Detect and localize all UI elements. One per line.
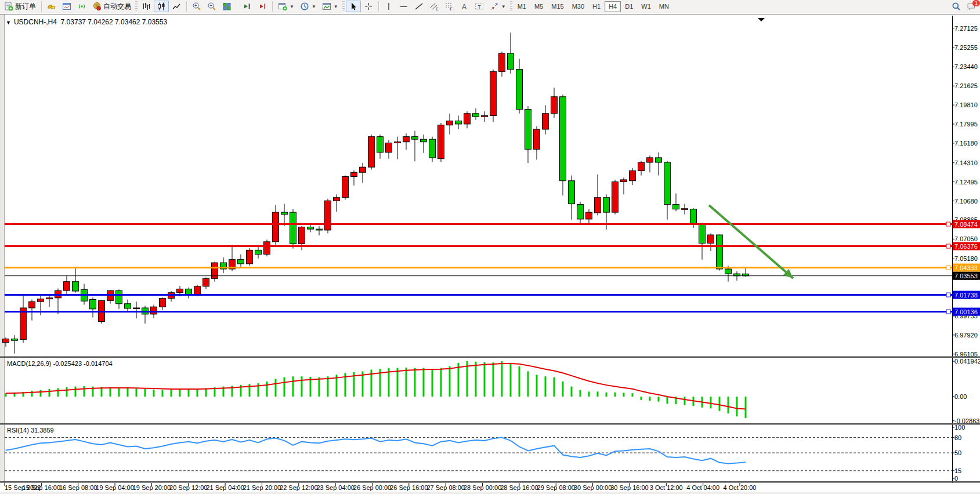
candle[interactable]	[203, 278, 209, 286]
dropdown-caret-icon[interactable]: ▼	[501, 4, 506, 9]
candle[interactable]	[673, 205, 679, 209]
equidistant-channel-button[interactable]: E	[426, 1, 442, 12]
candle[interactable]	[316, 229, 323, 230]
dropdown-caret-icon[interactable]: ▼	[334, 4, 338, 9]
candle[interactable]	[455, 121, 462, 124]
candle[interactable]	[3, 339, 9, 342]
crosshair-button[interactable]	[361, 1, 376, 12]
candle[interactable]	[543, 114, 549, 129]
candle[interactable]	[490, 71, 497, 115]
chevron-down-icon[interactable]: ▼	[6, 20, 11, 26]
zoom-in-button[interactable]	[189, 1, 204, 12]
candle[interactable]	[238, 260, 244, 264]
candle[interactable]	[125, 304, 131, 308]
candle[interactable]	[342, 177, 349, 198]
gold-button[interactable]	[44, 1, 59, 12]
timeframe-m1[interactable]: M1	[513, 1, 530, 12]
dropdown-caret-icon[interactable]: ▼	[290, 4, 294, 9]
horizontal-line-button[interactable]	[396, 1, 411, 12]
candle[interactable]	[647, 158, 653, 162]
line-chart-button[interactable]	[169, 1, 184, 12]
signals-button[interactable]	[74, 1, 89, 12]
candle[interactable]	[699, 224, 706, 244]
timeframe-m15[interactable]: M15	[547, 1, 567, 12]
candle[interactable]	[412, 137, 418, 140]
candle[interactable]	[612, 182, 619, 213]
candle[interactable]	[421, 139, 427, 142]
candle[interactable]	[325, 201, 331, 230]
dropdown-caret-icon[interactable]: ▼	[312, 4, 316, 9]
candle[interactable]	[194, 286, 201, 295]
candle[interactable]	[90, 300, 96, 309]
candle[interactable]	[438, 125, 444, 159]
zoom-out-button[interactable]	[204, 1, 219, 12]
fibonacci-button[interactable]: F	[442, 1, 457, 12]
candle[interactable]	[177, 289, 183, 292]
candle[interactable]	[499, 53, 505, 71]
auto-trading-button[interactable]: 自动交易	[89, 1, 134, 12]
hline-anchor[interactable]	[946, 244, 950, 248]
candle[interactable]	[281, 212, 288, 215]
candle[interactable]	[621, 180, 627, 182]
candle[interactable]	[186, 289, 192, 294]
candle[interactable]	[447, 121, 453, 125]
candle[interactable]	[595, 198, 601, 213]
candle[interactable]	[360, 167, 366, 172]
timeframe-m30[interactable]: M30	[568, 1, 588, 12]
candle[interactable]	[560, 97, 566, 181]
candle[interactable]	[133, 308, 140, 309]
candle[interactable]	[508, 53, 514, 70]
candle[interactable]	[534, 129, 540, 149]
new-chart-button[interactable]: ▼	[275, 1, 297, 12]
candle[interactable]	[551, 97, 558, 114]
candle[interactable]	[20, 308, 27, 339]
candle[interactable]	[473, 114, 479, 117]
trendline-button[interactable]	[411, 1, 426, 12]
cursor-button[interactable]	[346, 1, 361, 12]
new-order-button[interactable]: 新订单	[1, 1, 39, 12]
bar-chart-button[interactable]	[139, 1, 154, 12]
candle[interactable]	[725, 269, 732, 274]
candle[interactable]	[64, 282, 70, 290]
timeframe-w1[interactable]: W1	[637, 1, 655, 12]
candle[interactable]	[273, 212, 279, 242]
candle[interactable]	[386, 143, 392, 152]
search-button[interactable]	[949, 1, 964, 12]
notifications-button[interactable]: 1	[964, 1, 979, 12]
candle[interactable]	[160, 299, 166, 307]
candle[interactable]	[46, 298, 53, 299]
candle[interactable]	[429, 139, 436, 158]
tile-windows-button[interactable]	[219, 1, 234, 12]
candle[interactable]	[290, 212, 296, 244]
chart-shift-button[interactable]	[240, 1, 255, 12]
timeframe-m5[interactable]: M5	[530, 1, 547, 12]
candle[interactable]	[264, 242, 270, 255]
candle[interactable]	[516, 70, 523, 110]
timeframe-mn[interactable]: MN	[655, 1, 673, 12]
market-watch-button[interactable]	[59, 1, 74, 12]
candle[interactable]	[482, 115, 488, 117]
candle[interactable]	[664, 162, 671, 204]
vertical-line-button[interactable]	[381, 1, 396, 12]
candlestick-chart-button[interactable]	[154, 1, 169, 12]
candle[interactable]	[308, 227, 314, 229]
candle[interactable]	[334, 198, 340, 201]
candle[interactable]	[708, 235, 714, 243]
templates-button[interactable]: ▼	[319, 1, 341, 12]
hline-anchor[interactable]	[946, 310, 950, 314]
candle[interactable]	[212, 263, 218, 278]
candle[interactable]	[351, 172, 357, 176]
candle[interactable]	[116, 290, 122, 304]
candle[interactable]	[403, 137, 410, 142]
timeframe-h4[interactable]: H4	[605, 1, 621, 12]
candle[interactable]	[630, 171, 636, 181]
candle[interactable]	[569, 181, 575, 204]
periods-button[interactable]: ▼	[297, 1, 319, 12]
candle[interactable]	[151, 307, 157, 314]
candle[interactable]	[577, 205, 584, 219]
hline-anchor[interactable]	[946, 266, 950, 270]
candle[interactable]	[717, 235, 723, 269]
text-label-button[interactable]: T	[472, 1, 487, 12]
candle[interactable]	[656, 158, 662, 162]
candle[interactable]	[255, 250, 262, 254]
